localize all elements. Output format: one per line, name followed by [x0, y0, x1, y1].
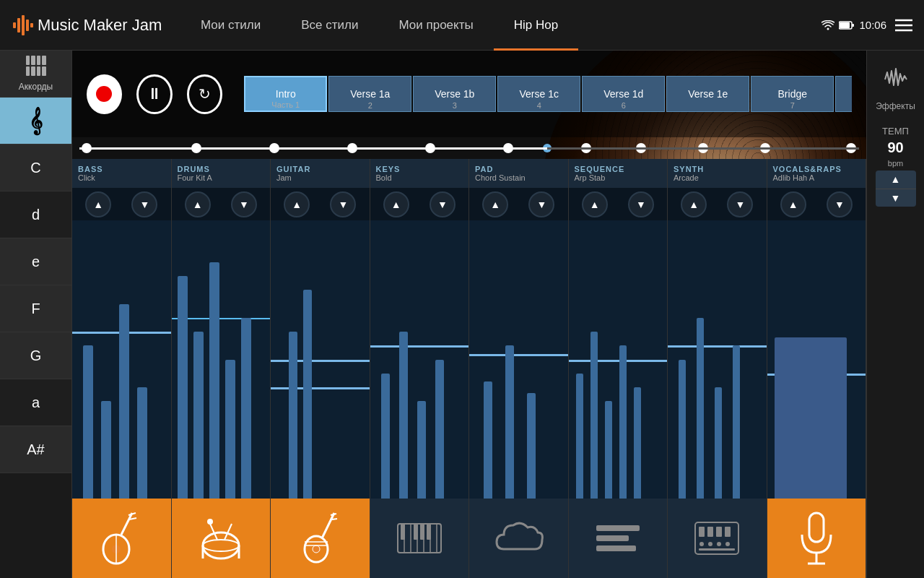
- track-icon-drums[interactable]: [172, 499, 271, 578]
- progress-bar[interactable]: [72, 137, 866, 159]
- tempo-stepper: ▲ ▼: [876, 171, 916, 207]
- battery-icon: [839, 20, 855, 30]
- drums-arrow-up[interactable]: ▲: [185, 191, 211, 217]
- nav-all-styles[interactable]: Все стили: [281, 0, 378, 51]
- nav-my-styles[interactable]: Мои стили: [180, 0, 281, 51]
- track-name-pad: PAD: [475, 165, 562, 173]
- track-header-vocals: VOCALS&RAPS Adlib Hah A: [767, 159, 866, 188]
- track-icon-bass[interactable]: [72, 499, 171, 578]
- app-logo-icon: [12, 12, 38, 38]
- svg-rect-50: [725, 527, 731, 537]
- chord-F[interactable]: F: [0, 285, 71, 332]
- track-header-guitar: GUITAR Jam: [271, 159, 370, 188]
- svg-line-22: [210, 524, 217, 540]
- top-nav: Мои стили Все стили Мои проекты Hip Hop: [180, 0, 821, 51]
- track-name-guitar: GUITAR: [276, 165, 364, 173]
- treble-clef-button[interactable]: 𝄞: [0, 98, 71, 144]
- timeline: Intro Часть 1 Verse 1a 2 Verse 1b 3 Vers…: [237, 72, 852, 116]
- logo-area: Music Maker Jam: [0, 12, 180, 38]
- track-icon-vocals[interactable]: [767, 499, 866, 578]
- guitar-arrow-up[interactable]: ▲: [284, 191, 310, 217]
- timeline-block-6[interactable]: Bridge 7: [751, 76, 834, 112]
- track-drums: DRUMS Four Kit A ▲ ▼: [172, 159, 271, 578]
- bass-arrow-down[interactable]: ▼: [131, 191, 157, 217]
- chord-G[interactable]: G: [0, 332, 71, 379]
- svg-rect-2: [22, 15, 25, 35]
- keys-arrow-up[interactable]: ▲: [383, 191, 409, 217]
- tempo-increase-button[interactable]: ▲: [876, 171, 916, 189]
- track-icon-synth[interactable]: [668, 499, 767, 578]
- svg-rect-41: [420, 524, 424, 540]
- timeline-block-0[interactable]: Intro Часть 1: [244, 76, 327, 112]
- timeline-block-1[interactable]: Verse 1a 2: [328, 76, 411, 112]
- track-arrows-guitar: ▲ ▼: [271, 188, 370, 220]
- status-icons: 10:06: [821, 19, 886, 31]
- track-pattern-drums: [172, 220, 271, 499]
- sequence-line: [569, 360, 668, 362]
- nav-my-projects[interactable]: Мои проекты: [378, 0, 493, 51]
- drums-arrow-down[interactable]: ▼: [231, 191, 257, 217]
- svg-point-23: [207, 519, 213, 525]
- svg-rect-49: [716, 527, 722, 537]
- vocals-arrow-down[interactable]: ▼: [827, 191, 853, 217]
- chord-C[interactable]: C: [0, 144, 71, 191]
- track-icon-guitar[interactable]: [271, 499, 370, 578]
- track-arrows-drums: ▲ ▼: [172, 188, 271, 220]
- left-sidebar: Аккорды 𝄞 C d e F G a A#: [0, 51, 72, 578]
- track-header-bass: BASS Click: [72, 159, 171, 188]
- tempo-area: ТЕМП 90 bpm ▲ ▼: [876, 126, 916, 207]
- chord-a[interactable]: a: [0, 379, 71, 426]
- loop-button[interactable]: ↻: [187, 74, 223, 114]
- track-pattern-bass: [72, 220, 171, 499]
- cloud-icon: [493, 517, 544, 560]
- synth-arrow-down[interactable]: ▼: [727, 191, 753, 217]
- right-sidebar: Эффекты ТЕМП 90 bpm ▲ ▼: [866, 51, 924, 578]
- record-button[interactable]: [87, 74, 122, 114]
- chords-grid-button[interactable]: Аккорды: [0, 51, 71, 98]
- track-icon-pad[interactable]: [469, 499, 568, 578]
- block-name-4: Verse 1d: [603, 88, 643, 100]
- timeline-block-3[interactable]: Verse 1c 4: [497, 76, 580, 112]
- bass-arrow-up[interactable]: ▲: [85, 191, 111, 217]
- svg-line-28: [331, 514, 336, 515]
- progress-track[interactable]: [79, 147, 859, 150]
- chords-label: Аккорды: [19, 82, 53, 92]
- track-header-sequence: SEQUENCE Arp Stab: [569, 159, 668, 188]
- pad-arrow-down[interactable]: ▼: [528, 191, 554, 217]
- vocals-arrow-up[interactable]: ▲: [780, 191, 806, 217]
- guitar-icon: [295, 509, 345, 567]
- svg-rect-56: [809, 513, 824, 542]
- timeline-block-4[interactable]: Verse 1d 6: [582, 76, 665, 112]
- track-header-keys: KEYS Bold: [370, 159, 469, 188]
- svg-rect-45: [596, 545, 636, 551]
- nav-hip-hop[interactable]: Hip Hop: [494, 0, 578, 51]
- block-name-0: Intro: [276, 88, 296, 100]
- timeline-block-2[interactable]: Verse 1b 3: [413, 76, 496, 112]
- effects-button[interactable]: [874, 58, 918, 101]
- timeline-block-7[interactable]: Ch 8: [835, 76, 852, 112]
- svg-rect-0: [13, 22, 16, 28]
- pad-arrow-up[interactable]: ▲: [482, 191, 508, 217]
- block-name-2: Verse 1b: [435, 88, 474, 100]
- sequence-arrow-down[interactable]: ▼: [628, 191, 654, 217]
- track-pattern-sequence: [569, 220, 668, 499]
- track-icon-keys[interactable]: [370, 499, 469, 578]
- track-preset-synth: Arcade: [674, 173, 761, 182]
- guitar-arrow-down[interactable]: ▼: [330, 191, 356, 217]
- pause-button[interactable]: ⏸: [136, 74, 173, 114]
- chord-d[interactable]: d: [0, 191, 71, 238]
- keys-arrow-down[interactable]: ▼: [430, 191, 456, 217]
- chord-e[interactable]: e: [0, 238, 71, 285]
- menu-icon[interactable]: [895, 18, 912, 33]
- wifi-icon: [821, 20, 834, 30]
- synth-arrow-up[interactable]: ▲: [681, 191, 707, 217]
- timeline-block-5[interactable]: Verse 1e: [666, 76, 749, 112]
- tempo-decrease-button[interactable]: ▼: [876, 189, 916, 207]
- block-num-6: 7: [790, 101, 795, 110]
- chord-Asharp[interactable]: A#: [0, 426, 71, 473]
- track-arrows-sequence: ▲ ▼: [569, 188, 668, 220]
- guitar-line-2: [271, 387, 370, 389]
- track-icon-sequence[interactable]: [569, 499, 668, 578]
- svg-rect-1: [17, 18, 20, 33]
- sequence-arrow-up[interactable]: ▲: [582, 191, 608, 217]
